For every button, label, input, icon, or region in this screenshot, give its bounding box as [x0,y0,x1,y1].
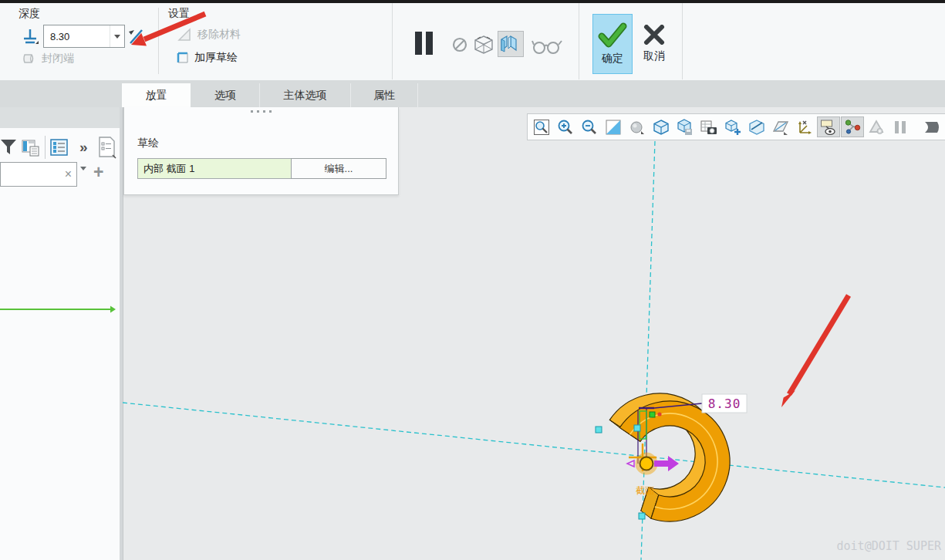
settings-group-label: 设置 [168,7,190,21]
creo-window: 深度 8.30 [0,0,945,560]
model-tree-columns-icon[interactable] [22,138,40,157]
group-separator [392,3,393,79]
depth-value[interactable]: 8.30 [44,31,110,42]
thicken-sketch-label: 加厚草绘 [194,51,238,65]
remove-material-option: 移除材料 [176,26,241,43]
model-tree-toolbar: » [0,134,120,160]
tab-placement[interactable]: 放置 [122,83,191,107]
drag-arrow-right [654,456,679,471]
search-options-caret[interactable] [80,170,86,184]
thicken-sketch-icon [176,51,190,65]
pause-icon[interactable] [889,116,912,137]
spin-center-icon[interactable] [841,116,864,137]
chevrons-icon[interactable]: » [79,139,86,156]
annotation-arrow-2 [781,295,849,407]
graphics-toolbar [527,113,945,140]
axis-display-icon[interactable] [793,116,816,137]
tree-search-input[interactable]: × [0,162,77,187]
no-preview-icon[interactable] [451,35,471,54]
add-plus-icon[interactable]: + [93,162,103,183]
pause-icon[interactable] [412,29,435,57]
depth-type-button[interactable] [20,25,43,48]
blind-depth-icon [21,27,42,46]
panel-drag-handle[interactable] [124,110,398,113]
perspective-icon[interactable] [865,116,888,137]
placement-panel: 草绘 内部 截面 1 编辑... [123,107,399,195]
tree-list-icon[interactable] [50,138,69,157]
flip-direction-icon [127,27,147,46]
saved-orientations-icon[interactable] [673,116,697,137]
view-manager-icon[interactable] [721,116,744,137]
capped-ends-icon [22,51,37,66]
tab-body-options[interactable]: 主体选项 [260,83,351,107]
toolbar-separator [45,136,46,159]
tab-properties[interactable]: 属性 [351,83,418,107]
remove-material-icon [176,26,193,43]
cancel-label: 取消 [643,49,665,63]
ok-button[interactable]: 确定 [592,14,633,74]
depth-dropdown-caret[interactable] [110,25,124,47]
close-x-icon [643,25,665,45]
capped-ends-option: 封闭端 [22,51,74,66]
depth-value-combo[interactable]: 8.30 [43,25,125,48]
drag-arrow-left [627,460,634,467]
datum-trace-lines [123,141,945,560]
filter-icon[interactable] [0,138,17,157]
glasses-icon[interactable] [531,37,563,56]
model-tree-panel: » × + [0,128,120,560]
zoom-refit-icon[interactable] [530,116,553,137]
thicken-sketch-option[interactable]: 加厚草绘 [176,51,238,65]
plane-display-icon[interactable] [769,116,792,137]
cancel-button[interactable]: 取消 [634,14,674,74]
depth-drag-handle[interactable] [627,444,679,473]
capped-ends-label: 封闭端 [42,52,74,66]
tree-settings-doc-icon[interactable] [97,136,117,159]
check-icon [598,22,627,49]
clear-search-icon[interactable]: × [65,167,72,181]
clipped-icon[interactable] [919,116,942,137]
sketch-label: 草绘 [137,137,159,150]
tab-options[interactable]: 选项 [191,83,260,107]
remove-material-label: 移除材料 [197,28,241,42]
display-style-icon[interactable] [650,116,673,137]
zoom-in-icon[interactable] [554,116,577,137]
group-separator [682,3,683,79]
depth-group-label: 深度 [19,7,40,21]
group-separator [579,3,579,79]
repaint-icon[interactable] [602,116,625,137]
flip-direction-button[interactable] [126,25,147,48]
left-panel-top-strip [0,107,120,128]
ok-label: 确定 [602,52,623,66]
watermark: doit@DOIT SUPER [837,539,942,553]
annotation-display-icon[interactable] [817,116,840,137]
section-icon[interactable] [745,116,768,137]
group-separator [158,8,159,74]
shading-style-icon[interactable] [626,116,649,137]
sketch-collector-value: 内部 截面 1 [143,162,194,176]
extrude-dashboard: 深度 8.30 [0,3,945,81]
capture-image-icon[interactable] [697,116,721,137]
sketch-collector-field[interactable]: 内部 截面 1 [137,158,293,179]
shaded-preview-icon[interactable] [498,31,524,57]
zoom-out-icon[interactable] [578,116,601,137]
dashboard-tab-row: 放置 选项 主体选项 属性 [0,80,945,107]
wireframe-preview-icon[interactable] [472,34,495,56]
edit-sketch-button[interactable]: 编辑... [291,158,386,179]
dimension-value: 8.30 [708,396,741,411]
